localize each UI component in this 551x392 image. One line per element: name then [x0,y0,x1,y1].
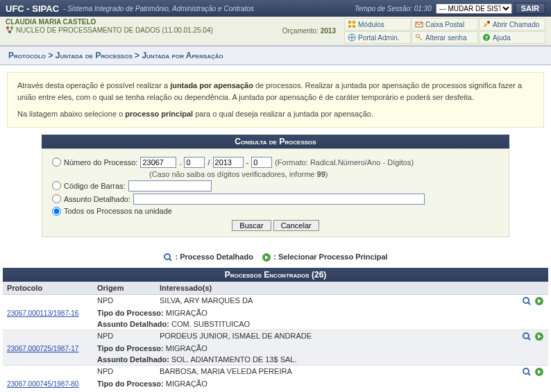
quick-links: Módulos Caixa Postal Abrir Chamado Porta… [344,18,545,44]
svg-point-0 [6,26,9,29]
radio-numero[interactable] [52,157,61,167]
user-bar: CLAUDIA MARIA CASTELO NUCLEO DE PROCESSA… [0,17,551,46]
link-ajuda[interactable]: ?Ajuda [479,31,545,44]
unit-tree-icon [6,26,14,34]
system-name: UFC - SIPAC [6,3,59,14]
search-panel-title: Consulta de Processos [42,135,509,148]
system-desc: - Sistema Integrado de Patrimônio, Admin… [63,5,355,12]
dv-hint: (Caso não saiba os dígitos verificadores… [149,170,499,178]
cell-interessado: PORDEUS JUNIOR, ISMAEL DE ANDRADE [160,332,511,341]
table-row: NPDBARBOSA, MARIA VELEDA PEREIRA23067.00… [3,366,548,392]
detail-icon[interactable] [522,332,532,341]
svg-point-13 [164,254,170,259]
mailbox-icon [415,20,423,28]
svg-point-8 [487,21,490,24]
input-assunto[interactable] [133,194,425,205]
search-panel: Consulta de Processos Número do Processo… [42,135,509,237]
input-numero[interactable] [184,157,205,168]
svg-rect-6 [353,25,355,28]
link-caixa-postal[interactable]: Caixa Postal [412,18,478,31]
results-title: Processos Encontrados (26) [3,268,548,282]
select-process-icon[interactable] [534,332,544,341]
cancel-button[interactable]: Cancelar [273,220,319,231]
budget-year: Orçamento: 2013 [282,27,336,35]
svg-rect-5 [348,25,351,28]
radio-todos[interactable] [52,207,61,216]
modules-icon [348,20,356,28]
protocol-link[interactable]: 23067.000745/1987-80 [7,380,78,388]
cell-origem: NPD [97,332,160,341]
results-header: Protocolo Origem Interessado(s) [3,282,548,295]
exit-button[interactable]: SAIR [515,3,545,14]
radio-assunto[interactable] [52,194,61,203]
cell-interessado: SILVA, ARY MARQUES DA [160,296,511,306]
protocol-link[interactable]: 23067.000113/1987-16 [7,309,78,317]
svg-point-1 [10,26,13,29]
svg-point-17 [523,333,529,339]
label-codigo-barras: Código de Barras: [64,182,126,190]
input-radical[interactable] [140,157,176,168]
top-bar: UFC - SIPAC - Sistema Integrado de Patri… [0,0,551,17]
svg-point-2 [8,31,11,33]
col-origem: Origem [97,284,160,292]
zoom-icon [163,253,173,262]
format-hint: (Formato: Radical.Número/Ano - Dígitos) [275,158,414,167]
detail-icon[interactable] [522,296,532,306]
col-interessado: Interessado(s) [160,284,511,292]
svg-text:?: ? [485,35,489,41]
info-box: Através desta operação é possível realiz… [7,72,544,128]
table-row: NPDPORDEUS JUNIOR, ISMAEL DE ANDRADE2306… [3,330,548,366]
col-protocolo: Protocolo [7,284,97,292]
select-process-icon[interactable] [534,367,544,377]
admin-icon [348,33,356,42]
cell-origem: NPD [97,296,160,306]
svg-point-10 [416,35,420,38]
cell-origem: NPD [97,367,160,377]
svg-point-19 [523,368,529,374]
select-icon [262,253,271,262]
protocol-link[interactable]: 23067.000725/1987-17 [7,345,78,352]
results-grid: Processos Encontrados (26) Protocolo Ori… [3,268,548,392]
ticket-icon [482,20,491,28]
link-alterar-senha[interactable]: Alterar senha [412,31,478,44]
link-portal-admin[interactable]: Portal Admin. [344,31,411,44]
svg-rect-3 [348,21,351,24]
search-button[interactable]: Buscar [232,220,271,231]
input-ano[interactable] [213,157,244,168]
table-row: NPDSILVA, ARY MARQUES DA23067.000113/198… [3,295,548,330]
cell-interessado: BARBOSA, MARIA VELEDA PEREIRA [160,367,511,377]
label-assunto: Assunto Detalhado: [64,195,130,203]
select-process-icon[interactable] [534,296,544,306]
radio-codigo-barras[interactable] [52,181,61,190]
svg-point-15 [523,298,529,303]
breadcrumb: Protocolo > Juntada de Processos > Junta… [0,46,551,65]
input-codigo-barras[interactable] [128,180,212,191]
user-unit: NUCLEO DE PROCESSAMENTO DE DADOS (11.00.… [6,26,282,34]
detail-icon[interactable] [522,367,532,377]
label-numero: Número do Processo: [64,158,137,167]
label-todos: Todos os Processos na unidade [64,207,172,215]
link-modulos[interactable]: Módulos [344,18,411,31]
session-label: Tempo de Sessão: 01:30 [355,5,432,12]
link-abrir-chamado[interactable]: Abrir Chamado [479,18,545,31]
key-icon [415,33,423,42]
svg-rect-4 [353,21,355,24]
switch-system-select[interactable]: --- MUDAR DE SISTE [436,3,512,14]
legend: : Processo Detalhado : Selecionar Proces… [0,247,551,268]
help-icon: ? [482,33,491,42]
user-name: CLAUDIA MARIA CASTELO [6,18,282,26]
input-digitos[interactable] [251,157,272,168]
